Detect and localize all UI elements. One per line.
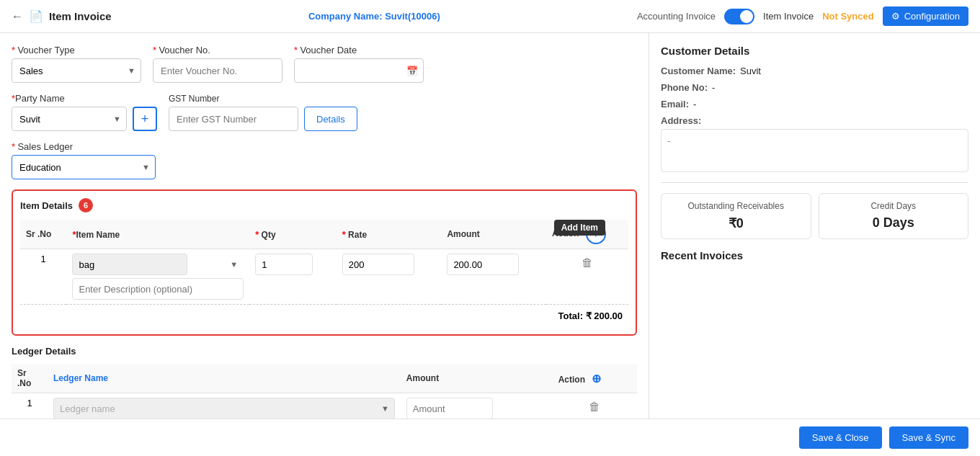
voucher-date-group: * Voucher Date 30/01/2025 📅: [294, 45, 424, 83]
company-name: Suvit(10006): [385, 11, 440, 22]
col-amount: Amount: [441, 220, 546, 249]
calendar-icon: 📅: [406, 66, 418, 76]
save-close-button[interactable]: Save & Close: [799, 426, 882, 449]
col-qty: * Qty: [249, 220, 337, 249]
invoice-toggle[interactable]: [724, 9, 754, 24]
customer-address-field: Address: -: [661, 115, 968, 172]
credit-days-card: Credit Days 0 Days: [819, 193, 969, 239]
party-name-group: *Party Name Suvit ▼ +: [12, 93, 157, 131]
item-desc-input[interactable]: [72, 278, 244, 300]
col-item-name: *Item Name: [66, 220, 249, 249]
sales-ledger-label: * Sales Ledger: [12, 141, 156, 152]
item-invoice-label: Item Invoice: [763, 11, 814, 22]
ledger-details-header: Ledger Details: [12, 346, 637, 357]
party-name-row: Suvit ▼ +: [12, 107, 157, 131]
items-table: Sr .No *Item Name * Qty * Rate Amount Ac…: [20, 220, 628, 327]
outstanding-receivables-card: Outstanding Receivables ₹0: [661, 193, 811, 239]
voucher-type-label: * Voucher Type: [12, 45, 141, 55]
qty-input[interactable]: [255, 254, 313, 275]
main-layout: * Voucher Type Sales ▼ * Voucher No. * V…: [0, 33, 980, 456]
gst-label: GST Number: [169, 94, 357, 104]
footer: Save & Close Save & Sync: [0, 419, 980, 456]
chevron-down-icon: ▼: [230, 260, 238, 269]
col-sr-no: Sr .No: [20, 220, 66, 249]
voucher-date-input[interactable]: 30/01/2025: [294, 58, 424, 83]
customer-email-field: Email: -: [661, 99, 968, 109]
customer-phone-label: Phone No:: [661, 82, 708, 93]
item-count-badge: 6: [79, 198, 93, 213]
outstanding-label: Outstanding Receivables: [669, 201, 803, 211]
customer-address-value: -: [661, 129, 968, 172]
voucher-type-select[interactable]: Sales: [12, 58, 141, 83]
delete-item-button[interactable]: 🗑: [582, 256, 593, 269]
details-button[interactable]: Details: [304, 107, 357, 131]
lcol-sr-no: Sr .No: [12, 364, 48, 393]
table-row: 1 bag ▼: [20, 249, 628, 305]
sales-ledger-select[interactable]: Education: [12, 155, 156, 179]
customer-email-value: -: [693, 99, 696, 109]
sync-status: Not Synced: [822, 11, 874, 22]
sr-no-cell: 1: [20, 249, 66, 305]
party-name-select[interactable]: Suvit: [12, 107, 127, 131]
recent-invoices-title: Recent Invoices: [661, 249, 968, 261]
company-label: Company Name:: [308, 11, 383, 22]
voucher-no-label: * Voucher No.: [153, 45, 282, 55]
configuration-button[interactable]: ⚙ Configuration: [883, 6, 968, 26]
item-name-cell: bag ▼: [66, 249, 249, 305]
add-party-button[interactable]: +: [133, 107, 157, 131]
gst-input[interactable]: [169, 107, 298, 131]
credit-days-label: Credit Days: [827, 201, 961, 211]
col-rate: * Rate: [337, 220, 442, 249]
back-button[interactable]: ←: [12, 10, 23, 23]
lcol-amount: Amount: [401, 364, 553, 393]
rate-input[interactable]: [342, 254, 414, 275]
sales-ledger-group: * Sales Ledger Education ▼: [12, 141, 156, 179]
doc-icon: 📄: [29, 9, 43, 23]
page-title: Item Invoice: [49, 10, 112, 22]
party-gst-row: *Party Name Suvit ▼ + GST Number Details: [12, 93, 637, 131]
left-panel: * Voucher Type Sales ▼ * Voucher No. * V…: [0, 33, 649, 456]
credit-days-value: 0 Days: [827, 215, 961, 231]
config-label: Configuration: [904, 11, 960, 22]
total-row: Total: ₹ 200.00: [20, 305, 628, 328]
voucher-date-label: * Voucher Date: [294, 45, 424, 55]
customer-details-title: Customer Details: [661, 45, 968, 57]
customer-name-label: Customer Name:: [661, 66, 736, 76]
sales-ledger-row: * Sales Ledger Education ▼: [12, 141, 637, 179]
customer-email-label: Email:: [661, 99, 689, 109]
ledger-details-title: Ledger Details: [12, 346, 76, 357]
customer-name-field: Customer Name: Suvit: [661, 66, 968, 76]
col-action: Action + Add Item: [546, 220, 628, 249]
add-item-tooltip: Add Item: [554, 220, 605, 236]
header-right: Accounting Invoice Item Invoice Not Sync…: [637, 6, 968, 26]
amount-input[interactable]: [447, 254, 519, 275]
rate-cell: [337, 249, 442, 305]
ledger-amount-input[interactable]: [406, 398, 493, 419]
save-sync-button[interactable]: Save & Sync: [889, 426, 968, 449]
customer-name-value: Suvit: [740, 66, 761, 76]
party-name-label: *Party Name: [12, 93, 157, 104]
delete-ledger-button[interactable]: 🗑: [589, 401, 600, 413]
customer-address-label: Address:: [661, 115, 701, 126]
voucher-row: * Voucher Type Sales ▼ * Voucher No. * V…: [12, 45, 637, 83]
accounting-invoice-label: Accounting Invoice: [637, 11, 716, 22]
ledger-name-select[interactable]: Ledger name: [53, 398, 395, 419]
outstanding-value: ₹0: [669, 215, 803, 231]
add-ledger-icon[interactable]: ⊕: [592, 372, 601, 385]
metrics-row: Outstanding Receivables ₹0 Credit Days 0…: [661, 193, 968, 239]
gear-icon: ⚙: [891, 11, 900, 22]
header: ← 📄 Item Invoice Company Name: Suvit(100…: [0, 0, 980, 33]
voucher-no-input[interactable]: [153, 58, 282, 83]
gst-group: GST Number Details: [169, 94, 357, 131]
voucher-type-group: * Voucher Type Sales ▼: [12, 45, 141, 83]
divider: [661, 182, 968, 183]
right-panel: Customer Details Customer Name: Suvit Ph…: [649, 33, 980, 456]
lcol-name: Ledger Name: [48, 364, 401, 393]
company-info: Company Name: Suvit(10006): [308, 11, 440, 22]
item-details-header: Item Details 6: [20, 198, 628, 213]
lcol-action: Action ⊕: [553, 364, 637, 393]
total-label: Total:: [558, 310, 583, 321]
header-left: ← 📄 Item Invoice: [12, 9, 112, 23]
item-details-title: Item Details: [20, 200, 73, 211]
item-name-select[interactable]: bag: [72, 254, 187, 275]
